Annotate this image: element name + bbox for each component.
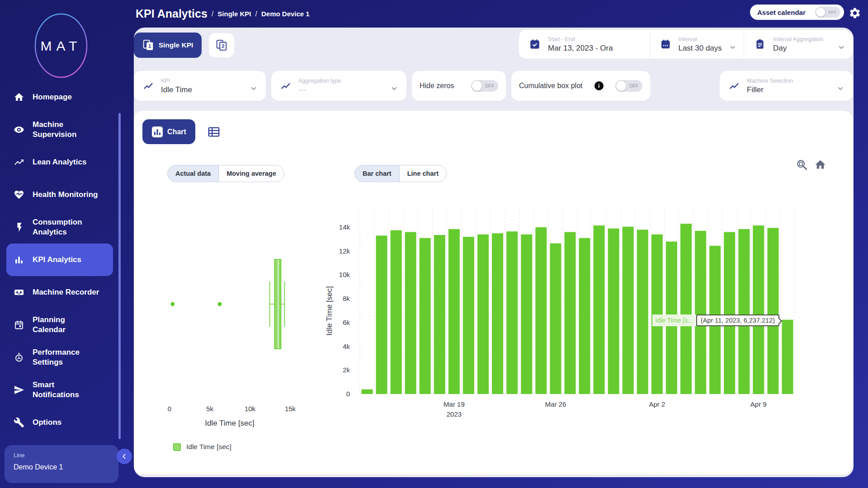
machine-selection-select[interactable]: Machine Selection Filler	[720, 71, 853, 101]
zoom-select-icon[interactable]	[796, 159, 808, 171]
cumulative-box-plot-switch[interactable]: OFF	[615, 80, 642, 92]
moving-average-button[interactable]: Moving average	[218, 165, 284, 182]
interval-aggregation-value: Day	[773, 44, 831, 53]
mat-logo: MAT	[0, 0, 122, 84]
svg-text:14k: 14k	[339, 223, 350, 231]
view-chart-button[interactable]: Chart	[142, 119, 195, 144]
calendar-icon	[14, 319, 24, 330]
interval-value: Last 30 days	[678, 44, 722, 53]
kpi-select[interactable]: KPI Idle Time	[134, 71, 266, 101]
calendar-check-icon	[529, 38, 541, 50]
svg-text:2: 2	[222, 43, 224, 49]
toggle-state: OFF	[629, 84, 638, 89]
svg-text:Apr 2: Apr 2	[649, 400, 665, 408]
kpi-label: KPI	[161, 78, 192, 84]
date-range-picker[interactable]: Start - End Mar 13, 2023 - Ora	[519, 30, 650, 59]
tooltip-value: (Apr 11, 2023, 6,237.212)	[696, 314, 779, 326]
breadcrumb: KPI Analytics / Single KPI / Demo Device…	[136, 0, 310, 28]
calendar-icon	[660, 38, 671, 50]
settings-gear-icon[interactable]	[849, 7, 861, 19]
sidebar-item-consumption-analytics[interactable]: Consumption Analytics	[6, 211, 113, 244]
chart-button-label: Chart	[167, 128, 186, 136]
aggregation-type-label: Aggregation type	[298, 78, 341, 84]
logo-text: MAT	[40, 38, 81, 53]
chevron-down-icon[interactable]	[837, 43, 845, 52]
svg-text:0: 0	[346, 390, 350, 398]
sidebar: MAT Homepage Machine Supervision Lean An…	[0, 0, 122, 488]
sidebar-scrollbar[interactable]	[118, 113, 121, 439]
sparkline-icon	[729, 80, 740, 91]
toggle-knob	[472, 81, 482, 91]
sidebar-item-label: Performance Settings	[33, 347, 108, 367]
home-icon	[14, 92, 24, 103]
svg-text:Mar 26: Mar 26	[545, 400, 566, 408]
svg-text:10k: 10k	[339, 271, 350, 278]
legend-item[interactable]: Idle Time [sec]	[173, 443, 231, 451]
sidebar-item-homepage[interactable]: Homepage	[6, 81, 113, 113]
cassette-icon	[14, 287, 24, 298]
sidebar-item-label: KPI Analytics	[33, 255, 108, 265]
heart-pulse-icon	[14, 189, 24, 200]
cumulative-box-plot-control: Cumulative box plot i OFF	[511, 71, 650, 101]
sidebar-item-kpi-analytics[interactable]: KPI Analytics	[6, 244, 113, 276]
toggle-knob	[816, 8, 825, 17]
date-range-label: Start - End	[548, 36, 613, 42]
sidebar-item-machine-supervision[interactable]: Machine Supervision	[6, 113, 113, 146]
breadcrumb-separator: /	[212, 10, 213, 18]
chevron-down-icon[interactable]	[836, 84, 844, 93]
hide-zeros-label: Hide zeros	[420, 82, 454, 90]
sparkline-icon	[280, 80, 291, 91]
sidebar-item-options[interactable]: Options	[6, 406, 113, 439]
sidebar-item-label: Homepage	[33, 92, 108, 102]
tab-multi-kpi[interactable]: 2	[209, 33, 234, 57]
svg-text:Idle Time [sec]: Idle Time [sec]	[205, 419, 255, 427]
multi-kpi-icon: 2	[216, 39, 227, 51]
interval-picker[interactable]: Interval Last 30 days	[650, 30, 744, 59]
sidebar-item-label: Machine Supervision	[33, 120, 108, 140]
sidebar-item-performance-settings[interactable]: Performance Settings	[6, 341, 113, 374]
sidebar-item-health-monitoring[interactable]: Health Monitoring	[6, 178, 113, 211]
view-table-button[interactable]	[207, 125, 221, 139]
line-chart-button[interactable]: Line chart	[399, 165, 447, 182]
chevron-down-icon[interactable]	[390, 84, 398, 93]
page-title: KPI Analytics	[136, 7, 208, 20]
asset-calendar-toggle[interactable]: Asset calendar OFF	[750, 5, 844, 20]
single-kpi-icon: 1	[142, 39, 154, 51]
tooltip-series-label: Idle Time [s...	[652, 314, 696, 326]
sidebar-item-label: Planning Calendar	[33, 315, 108, 335]
toggle-state: OFF	[828, 10, 836, 14]
sidebar-item-lean-analytics[interactable]: Lean Analytics	[6, 146, 113, 178]
aggregation-type-value: ---	[298, 85, 341, 94]
sidebar-item-machine-recorder[interactable]: Machine Recorder	[6, 276, 113, 309]
tab-single-kpi[interactable]: 1 Single KPI	[134, 33, 202, 58]
sidebar-item-label: Health Monitoring	[33, 190, 108, 200]
sidebar-item-label: Lean Analytics	[33, 157, 108, 167]
chevron-down-icon[interactable]	[729, 43, 736, 52]
reset-home-icon[interactable]	[814, 159, 826, 171]
send-icon	[14, 385, 24, 395]
chevron-down-icon[interactable]	[250, 84, 258, 93]
hide-zeros-switch[interactable]: OFF	[471, 80, 498, 92]
actual-data-button[interactable]: Actual data	[167, 165, 219, 182]
eye-icon	[14, 124, 24, 135]
aggregation-type-select[interactable]: Aggregation type ---	[271, 71, 406, 101]
chevron-left-icon	[121, 453, 128, 460]
sidebar-collapse-button[interactable]	[117, 449, 132, 464]
sidebar-item-smart-notifications[interactable]: Smart Notifications	[6, 374, 113, 406]
chart-type-segmented: Bar chart Line chart	[354, 165, 447, 182]
machine-selection-label: Machine Selection	[747, 78, 793, 84]
device-card[interactable]: Line Demo Device 1	[5, 445, 118, 483]
svg-text:Mar 19: Mar 19	[443, 400, 465, 408]
info-icon[interactable]: i	[594, 81, 604, 90]
bolt-icon	[14, 222, 24, 233]
sparkline-icon	[143, 80, 154, 91]
asset-calendar-switch[interactable]: OFF	[815, 7, 840, 18]
clipboard-icon	[754, 38, 766, 50]
svg-text:4k: 4k	[343, 343, 350, 350]
bar-chart-button[interactable]: Bar chart	[354, 165, 400, 182]
asset-calendar-label: Asset calendar	[757, 9, 806, 16]
device-line-label: Line	[14, 452, 109, 459]
interval-aggregation-picker[interactable]: Interval Aggregation Day	[744, 30, 853, 59]
sidebar-item-planning-calendar[interactable]: Planning Calendar	[6, 309, 113, 341]
svg-text:12k: 12k	[339, 247, 350, 255]
